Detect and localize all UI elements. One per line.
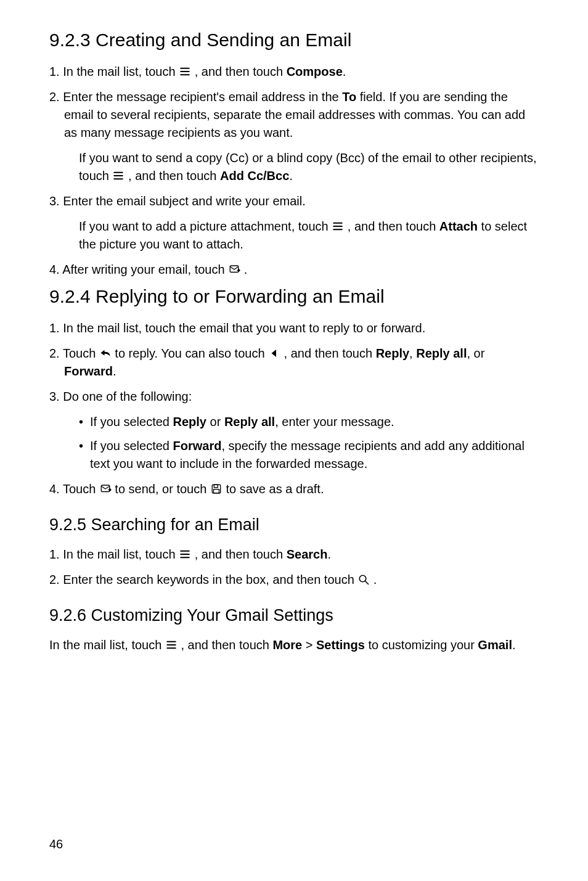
text-run: . — [343, 65, 346, 78]
bullet-item: If you selected Reply or Reply all, ente… — [79, 413, 539, 431]
text-run: , or — [467, 346, 484, 360]
page-number: 46 — [49, 837, 63, 851]
bold-text: Gmail — [478, 638, 512, 652]
bold-text: Reply — [173, 415, 206, 428]
indented-note: If you want to send a copy (Cc) or a bli… — [49, 149, 539, 185]
text-run: . — [512, 638, 516, 652]
text-run: In the mail list, touch — [60, 65, 179, 78]
bold-text: Forward — [173, 439, 222, 453]
text-run: In the mail list, touch — [49, 638, 165, 652]
left-arrow-icon — [268, 348, 280, 359]
ordered-step: 1. In the mail list, touch , and then to… — [49, 63, 539, 81]
section-heading: 9.2.3 Creating and Sending an Email — [49, 30, 539, 51]
text-run: , and then touch — [280, 346, 376, 360]
ordered-step: 1. In the mail list, touch the email tha… — [49, 319, 539, 337]
step-number: 1. — [49, 65, 60, 78]
text-run: > — [302, 638, 316, 652]
section-heading: 9.2.4 Replying to or Forwarding an Email — [49, 286, 539, 307]
text-run: . — [289, 169, 293, 182]
bullet-list: If you selected Reply or Reply all, ente… — [49, 413, 539, 473]
ordered-step: 1. In the mail list, touch , and then to… — [49, 546, 539, 563]
step-number: 1. — [49, 547, 60, 561]
step-number: 4. — [49, 263, 60, 276]
text-run: If you selected — [90, 415, 173, 428]
bold-text: Reply — [376, 346, 409, 360]
menu-icon — [165, 639, 178, 650]
step-number: 2. — [49, 90, 60, 104]
text-run: , and then touch — [191, 65, 287, 78]
bold-text: Reply all — [224, 415, 275, 428]
step-number: 1. — [49, 321, 60, 335]
bullet-item: If you selected Forward, specify the mes… — [79, 437, 539, 473]
text-run: or — [206, 415, 224, 428]
text-run: . — [327, 547, 331, 561]
bold-text: More — [272, 638, 302, 652]
reply-icon — [99, 348, 112, 359]
menu-icon — [332, 221, 344, 232]
text-run: to save as a draft. — [223, 482, 324, 496]
text-run: Touch — [60, 482, 99, 496]
text-run: , and then touch — [125, 169, 220, 182]
bold-text: Attach — [439, 219, 478, 233]
body-paragraph: In the mail list, touch , and then touch… — [49, 636, 539, 654]
text-run: . — [113, 364, 116, 378]
ordered-step: 2. Enter the message recipient's email a… — [49, 88, 539, 142]
step-number: 3. — [49, 390, 60, 403]
section-heading: 9.2.6 Customizing Your Gmail Settings — [49, 606, 539, 625]
text-run: , — [409, 346, 416, 360]
save-draft-icon — [210, 483, 223, 494]
bold-text: Settings — [316, 638, 365, 652]
document-page: 9.2.3 Creating and Sending an Email1. In… — [0, 0, 588, 881]
text-run: Enter the message recipient's email addr… — [60, 90, 343, 104]
bold-text: Add Cc/Bcc — [220, 169, 289, 182]
search-icon — [357, 574, 370, 585]
text-run: to customizing your — [365, 638, 478, 652]
ordered-step: 4. Touch to send, or touch to save as a … — [49, 480, 539, 498]
section-heading: 9.2.5 Searching for an Email — [49, 515, 539, 535]
ordered-step: 2. Touch to reply. You can also touch , … — [49, 345, 539, 380]
ordered-step: 4. After writing your email, touch . — [49, 261, 539, 279]
text-run: Enter the search keywords in the box, an… — [60, 573, 358, 586]
text-run: If you want to add a picture attachment,… — [79, 219, 332, 233]
text-run: to send, or touch — [112, 482, 210, 496]
text-run: After writing your email, touch — [60, 263, 228, 276]
step-number: 3. — [49, 194, 60, 208]
text-run: In the mail list, touch the email that y… — [60, 321, 426, 335]
step-number: 4. — [49, 482, 60, 496]
text-run: . — [370, 573, 377, 586]
bold-text: To — [342, 90, 356, 104]
menu-icon — [179, 549, 191, 560]
text-run: Enter the email subject and write your e… — [60, 194, 306, 208]
bold-text: Compose — [287, 65, 343, 78]
menu-icon — [179, 66, 191, 77]
menu-icon — [112, 170, 125, 181]
text-run: Touch — [60, 346, 99, 360]
step-number: 2. — [49, 573, 60, 586]
text-run: . — [240, 263, 247, 276]
text-run: , and then touch — [191, 547, 287, 561]
bold-text: Forward — [64, 364, 113, 378]
indented-note: If you want to add a picture attachment,… — [49, 218, 539, 253]
ordered-step: 3. Enter the email subject and write you… — [49, 192, 539, 210]
ordered-step: 2. Enter the search keywords in the box,… — [49, 571, 539, 589]
text-run: In the mail list, touch — [60, 547, 179, 561]
text-run: Do one of the following: — [60, 390, 192, 403]
ordered-step: 3. Do one of the following: — [49, 388, 539, 406]
send-icon — [228, 264, 240, 275]
bold-text: Search — [287, 547, 328, 561]
send-icon — [99, 483, 112, 494]
bold-text: Reply all — [416, 346, 467, 360]
step-number: 2. — [49, 346, 60, 360]
text-run: , enter your message. — [275, 415, 394, 428]
text-run: to reply. You can also touch — [112, 346, 268, 360]
text-run: , and then touch — [344, 219, 439, 233]
text-run: If you selected — [90, 439, 173, 453]
text-run: , and then touch — [178, 638, 273, 652]
